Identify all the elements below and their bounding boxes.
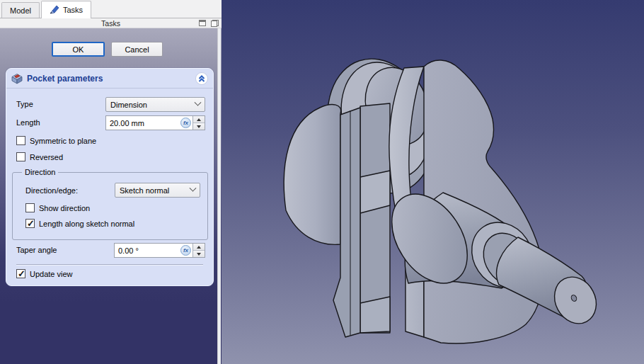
type-value: Dimension	[110, 101, 195, 109]
separator	[16, 264, 203, 265]
symmetric-label: Symmetric to plane	[30, 137, 96, 145]
dock-icon[interactable]	[199, 20, 206, 26]
spin-down-button[interactable]	[193, 251, 205, 257]
length-input[interactable]: 20.00 mm fx	[105, 115, 205, 130]
tab-model[interactable]: Model	[1, 2, 40, 18]
panel-tabbar: Model Tasks	[0, 0, 222, 18]
update-view-label: Update view	[30, 270, 73, 278]
pocket-panel-header[interactable]: Pocket parameters	[6, 69, 213, 89]
dialog-buttons: OK Cancel	[0, 42, 214, 57]
pocket-panel-title: Pocket parameters	[27, 74, 191, 84]
update-view-checkbox[interactable]	[16, 269, 25, 278]
taper-spinner	[192, 244, 205, 257]
length-along-checkbox[interactable]	[25, 219, 35, 228]
collapse-button[interactable]	[195, 72, 208, 85]
length-value[interactable]: 20.00 mm	[110, 119, 180, 127]
length-spinner	[192, 116, 205, 130]
expression-icon[interactable]: fx	[180, 118, 191, 128]
task-content: OK Cancel Pocket parameters	[0, 28, 222, 364]
freecad-window: Model Tasks Tasks OK Cancel	[0, 0, 644, 364]
collapse-chevrons-icon	[197, 74, 206, 83]
taper-value[interactable]: 0.00 °	[118, 246, 180, 255]
cancel-button[interactable]: Cancel	[111, 42, 163, 57]
back-web-bevel	[360, 171, 390, 213]
length-along-checkbox-row[interactable]: Length along sketch normal	[25, 219, 134, 228]
symmetric-checkbox[interactable]	[16, 136, 25, 145]
tab-tasks[interactable]: Tasks	[41, 1, 91, 18]
spin-up-button[interactable]	[193, 244, 205, 251]
show-direction-checkbox-row[interactable]: Show direction	[25, 203, 90, 212]
reversed-label: Reversed	[30, 153, 63, 161]
direction-edge-value: Sketch normal	[120, 186, 190, 195]
reversed-checkbox[interactable]	[16, 152, 25, 161]
expression-icon[interactable]: fx	[180, 245, 191, 256]
reversed-checkbox-row[interactable]: Reversed	[16, 152, 63, 161]
direction-edge-select[interactable]: Sketch normal	[115, 183, 200, 198]
float-icon[interactable]	[211, 20, 219, 27]
show-direction-checkbox[interactable]	[25, 203, 35, 212]
length-along-label: Length along sketch normal	[39, 220, 134, 228]
3d-viewport[interactable]	[222, 0, 644, 364]
pocket-parameters-panel: Pocket parameters Type Dimension Lengt	[6, 68, 214, 286]
chevron-down-icon	[195, 99, 202, 106]
spin-up-button[interactable]	[193, 116, 205, 123]
tab-model-label: Model	[10, 6, 31, 15]
pane-splitter[interactable]	[217, 28, 221, 364]
chevron-down-icon	[190, 185, 197, 192]
spin-down-button[interactable]	[193, 123, 205, 130]
tab-tasks-label: Tasks	[63, 6, 83, 14]
length-label: Length	[16, 118, 40, 127]
task-pane: Model Tasks Tasks OK Cancel	[0, 0, 222, 364]
update-view-checkbox-row[interactable]: Update view	[16, 269, 73, 278]
direction-group: Direction Direction/edge: Sketch normal …	[12, 172, 208, 240]
symmetric-checkbox-row[interactable]: Symmetric to plane	[16, 136, 96, 145]
crankshaft-model	[222, 0, 644, 364]
ok-button[interactable]: OK	[52, 42, 105, 57]
taper-label: Taper angle	[16, 246, 57, 254]
direction-group-title: Direction	[22, 168, 58, 176]
pocket-icon	[11, 73, 23, 84]
back-web-bevel-low	[360, 297, 390, 333]
type-select[interactable]: Dimension	[105, 97, 205, 112]
direction-edge-label: Direction/edge:	[25, 186, 78, 195]
show-direction-label: Show direction	[39, 204, 90, 212]
type-label: Type	[16, 100, 33, 108]
pen-icon	[50, 5, 59, 14]
taper-input[interactable]: 0.00 ° fx	[114, 243, 205, 258]
tasks-titlebar: Tasks	[0, 18, 222, 28]
tasks-title: Tasks	[0, 19, 222, 28]
